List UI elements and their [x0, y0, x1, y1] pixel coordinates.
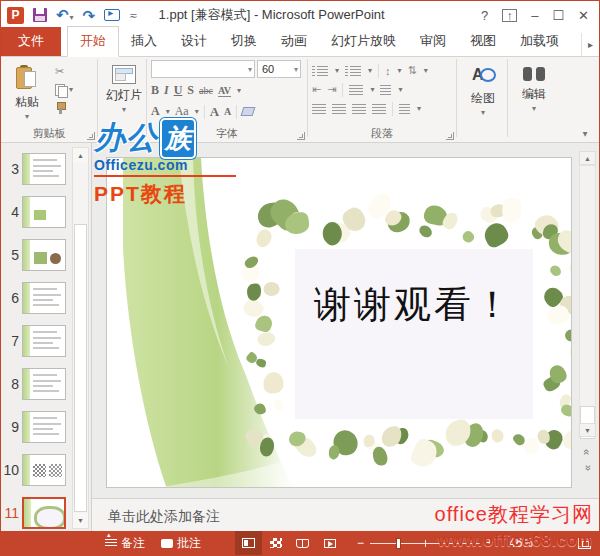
slideshow-view-button[interactable]: [316, 531, 343, 555]
slide-thumbnail-image[interactable]: [22, 454, 66, 486]
notes-placeholder[interactable]: 单击此处添加备注: [108, 508, 220, 524]
increase-font-size-button[interactable]: A: [210, 104, 219, 120]
close-icon[interactable]: ✕: [578, 8, 589, 23]
paste-dropdown-icon[interactable]: ▾: [25, 112, 29, 121]
cut-button[interactable]: ✂: [53, 64, 75, 79]
zoom-in-icon[interactable]: +: [486, 536, 493, 550]
main-scrollbar-track[interactable]: [579, 165, 596, 423]
copy-button[interactable]: ▾: [53, 82, 75, 97]
slide-thumbnail-7[interactable]: 7: [1, 321, 71, 361]
font-dialog-launcher-icon[interactable]: [297, 132, 305, 140]
redo-icon[interactable]: ↷: [83, 8, 96, 23]
align-right-icon[interactable]: [352, 104, 366, 114]
powerpoint-app-icon[interactable]: P: [7, 7, 24, 24]
slide-thumbnail-image[interactable]: [22, 411, 66, 443]
change-case-button[interactable]: Aa: [175, 104, 189, 119]
editing-button[interactable]: 编辑 ▾: [512, 60, 556, 128]
convert-smartart-icon[interactable]: [399, 104, 410, 114]
normal-view-button[interactable]: [235, 531, 262, 555]
underline-button[interactable]: U: [174, 83, 183, 98]
bold-button[interactable]: B: [151, 83, 159, 98]
font-name-combo[interactable]: ▾: [151, 60, 255, 78]
previous-slide-button[interactable]: «: [579, 445, 596, 458]
align-center-icon[interactable]: [332, 104, 346, 114]
zoom-out-icon[interactable]: −: [357, 536, 364, 550]
slide-title-text[interactable]: 谢谢观看！: [265, 280, 563, 330]
bullets-icon[interactable]: [312, 66, 328, 76]
zoom-slider[interactable]: [370, 537, 480, 549]
align-text-icon[interactable]: [380, 85, 391, 95]
tab-view[interactable]: 视图: [458, 27, 508, 56]
character-spacing-button[interactable]: AV: [218, 85, 231, 97]
slide-thumbnail-image[interactable]: [22, 153, 66, 185]
drawing-button[interactable]: A 绘图 ▾: [461, 60, 505, 128]
notes-pane[interactable]: 单击此处添加备注: [92, 498, 599, 533]
notes-toggle-button[interactable]: 备注: [97, 531, 153, 555]
new-slide-dropdown-icon[interactable]: ▾: [122, 105, 126, 114]
format-painter-button[interactable]: [53, 100, 75, 115]
main-scroll-down-icon[interactable]: ▼: [579, 423, 596, 437]
undo-button[interactable]: ↶▾: [56, 7, 74, 23]
paste-button[interactable]: 粘贴 ▾: [5, 60, 49, 128]
slide-canvas[interactable]: 谢谢观看！: [106, 157, 572, 488]
minimize-icon[interactable]: –: [531, 8, 538, 23]
slide-thumbnail-image[interactable]: [22, 325, 66, 357]
text-shadow-button[interactable]: S: [187, 83, 194, 98]
text-direction-icon[interactable]: ⇅: [408, 64, 417, 77]
tab-file[interactable]: 文件: [1, 27, 61, 56]
font-color-button[interactable]: A: [151, 104, 160, 119]
line-spacing-icon[interactable]: ↕: [385, 65, 391, 77]
sidebar-scrollbar[interactable]: ▲ ▼: [72, 147, 89, 529]
slide-thumbnail-image[interactable]: [22, 196, 66, 228]
slide-thumbnail-image[interactable]: [22, 239, 66, 271]
fit-slide-to-window-icon[interactable]: [578, 538, 591, 549]
tab-home[interactable]: 开始: [67, 26, 119, 57]
slide-thumbnail-5[interactable]: 5: [1, 235, 71, 275]
slide-thumbnail-image[interactable]: [22, 282, 66, 314]
save-icon[interactable]: [33, 8, 47, 22]
clipboard-dialog-launcher-icon[interactable]: [87, 132, 95, 140]
ribbon-display-options-icon[interactable]: ↑: [502, 9, 517, 22]
sidebar-scrollbar-thumb[interactable]: [74, 224, 87, 512]
tab-animations[interactable]: 动画: [269, 27, 319, 56]
tab-addins[interactable]: 加载项: [508, 27, 571, 56]
tab-review[interactable]: 审阅: [408, 27, 458, 56]
help-icon[interactable]: ?: [481, 8, 488, 23]
italic-button[interactable]: I: [164, 83, 169, 98]
font-size-combo[interactable]: 60▾: [257, 60, 301, 78]
clear-formatting-icon[interactable]: [241, 107, 256, 116]
tab-insert[interactable]: 插入: [119, 27, 169, 56]
slide-sorter-view-button[interactable]: [262, 531, 289, 555]
maximize-icon[interactable]: ☐: [552, 8, 564, 23]
undo-dropdown-icon[interactable]: ▾: [70, 13, 74, 22]
new-slide-button[interactable]: 幻灯片 ▾: [102, 60, 146, 128]
sidebar-scroll-down-icon[interactable]: ▼: [73, 513, 88, 528]
decrease-font-size-button[interactable]: A: [224, 106, 231, 117]
slide-thumbnail-6[interactable]: 6: [1, 278, 71, 318]
start-from-beginning-icon[interactable]: [104, 9, 120, 21]
tab-slideshow[interactable]: 幻灯片放映: [319, 27, 408, 56]
numbering-icon[interactable]: [345, 66, 361, 76]
slide-thumbnail-4[interactable]: 4: [1, 192, 71, 232]
slide-thumbnail-8[interactable]: 8: [1, 364, 71, 404]
customize-qat-icon[interactable]: ≂: [129, 10, 136, 21]
main-scroll-up-icon[interactable]: ▲: [579, 151, 596, 165]
collapse-ribbon-icon[interactable]: ▲: [581, 130, 589, 139]
slide-thumbnail-10[interactable]: 10: [1, 450, 71, 490]
tab-design[interactable]: 设计: [169, 27, 219, 56]
slide-thumbnail-11[interactable]: 11: [1, 493, 71, 533]
paragraph-dialog-launcher-icon[interactable]: [446, 132, 454, 140]
tab-transitions[interactable]: 切换: [219, 27, 269, 56]
strikethrough-button[interactable]: abc: [199, 85, 213, 96]
slide-thumbnail-3[interactable]: 3: [1, 149, 71, 189]
zoom-percent[interactable]: 46%: [499, 536, 533, 550]
next-slide-button[interactable]: «: [579, 461, 596, 474]
main-scrollbar[interactable]: ▲ ▼ « «: [579, 151, 596, 488]
align-left-icon[interactable]: [312, 104, 326, 114]
add-columns-icon[interactable]: [349, 85, 363, 95]
reading-view-button[interactable]: [289, 531, 316, 555]
justify-icon[interactable]: [372, 104, 386, 114]
slide-thumbnail-image[interactable]: [22, 368, 66, 400]
slide-thumbnail-image[interactable]: [22, 497, 66, 529]
zoom-slider-thumb[interactable]: [396, 538, 401, 549]
